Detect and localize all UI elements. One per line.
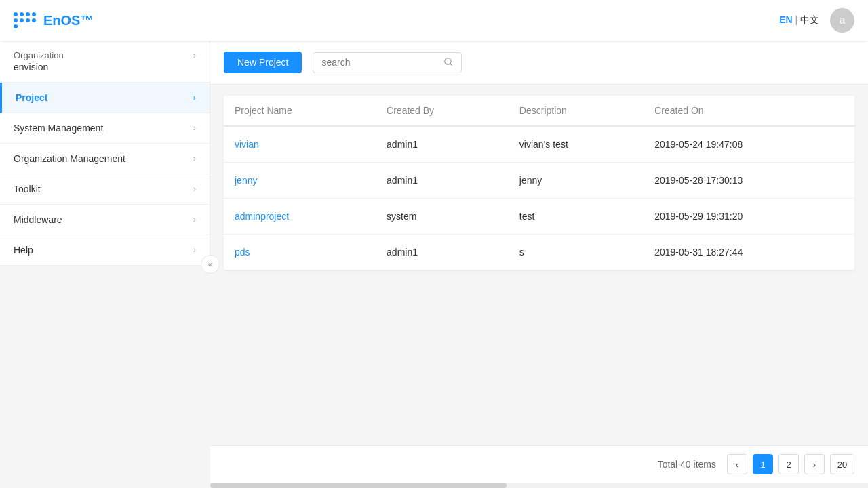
svg-line-1 bbox=[450, 63, 452, 65]
created-by-cell: system bbox=[376, 199, 509, 235]
new-project-button[interactable]: New Project bbox=[224, 52, 302, 73]
col-project-name: Project Name bbox=[224, 96, 376, 126]
search-input[interactable] bbox=[321, 57, 438, 68]
project-name-link[interactable]: vivian bbox=[235, 139, 259, 150]
col-created-by: Created By bbox=[376, 96, 509, 126]
header-right: EN | 中文 a bbox=[779, 8, 854, 33]
toolbar: New Project bbox=[210, 41, 868, 85]
sidebar-item-system-management[interactable]: System Management › bbox=[0, 113, 210, 144]
pagination-page-1[interactable]: 1 bbox=[753, 454, 773, 474]
sidebar-item-project-label: Project bbox=[16, 92, 47, 103]
created-by-cell: admin1 bbox=[376, 235, 509, 270]
pagination-next-button[interactable]: › bbox=[804, 454, 825, 474]
sidebar-item-middleware[interactable]: Middleware › bbox=[0, 205, 210, 235]
created-by-cell: admin1 bbox=[376, 126, 509, 163]
project-name-link[interactable]: jenny bbox=[235, 175, 257, 186]
sidebar-item-organization-management[interactable]: Organization Management › bbox=[0, 144, 210, 174]
table-row: jenny admin1 jenny 2019-05-28 17:30:13 bbox=[224, 163, 854, 199]
description-cell: vivian's test bbox=[509, 126, 644, 163]
created-on-cell: 2019-05-28 17:30:13 bbox=[644, 163, 854, 199]
table-row: adminproject system test 2019-05-29 19:3… bbox=[224, 199, 854, 235]
lang-separator: | bbox=[795, 14, 797, 25]
sidebar-org: Organization › envision bbox=[0, 41, 210, 83]
lang-en-button[interactable]: EN bbox=[779, 14, 792, 25]
sidebar-org-title: envision bbox=[14, 62, 196, 73]
lang-zh-button[interactable]: 中文 bbox=[800, 14, 819, 25]
chevron-right-icon: › bbox=[193, 215, 196, 224]
sidebar-item-project[interactable]: Project › bbox=[0, 83, 210, 113]
project-name-link[interactable]: adminproject bbox=[235, 211, 289, 222]
chevron-right-icon: › bbox=[193, 123, 196, 133]
created-by-cell: admin1 bbox=[376, 163, 509, 199]
lang-switcher[interactable]: EN | 中文 bbox=[779, 14, 819, 26]
sidebar-collapse-button[interactable]: « bbox=[201, 255, 220, 274]
description-cell: test bbox=[509, 199, 644, 235]
logo-area: EnOS™ bbox=[14, 12, 94, 28]
table-row: vivian admin1 vivian's test 2019-05-24 1… bbox=[224, 126, 854, 163]
table-row: pds admin1 s 2019-05-31 18:27:44 bbox=[224, 235, 854, 270]
sidebar-org-name: Organization › bbox=[14, 50, 196, 60]
sidebar-item-help[interactable]: Help › bbox=[0, 235, 210, 266]
layout: Organization › envision Project › System… bbox=[0, 41, 868, 488]
pagination-total: Total 40 items bbox=[658, 459, 716, 470]
description-cell: jenny bbox=[509, 163, 644, 199]
search-icon bbox=[443, 57, 453, 68]
created-on-cell: 2019-05-24 19:47:08 bbox=[644, 126, 854, 163]
table-header-row: Project Name Created By Description Crea… bbox=[224, 96, 854, 126]
col-created-on: Created On bbox=[644, 96, 854, 126]
sidebar: Organization › envision Project › System… bbox=[0, 41, 210, 266]
created-on-cell: 2019-05-31 18:27:44 bbox=[644, 235, 854, 270]
table-wrapper: Project Name Created By Description Crea… bbox=[210, 85, 868, 445]
chevron-right-icon: › bbox=[193, 93, 196, 102]
pagination-page-2[interactable]: 2 bbox=[778, 454, 799, 474]
search-box bbox=[313, 52, 462, 73]
page-size-input[interactable] bbox=[830, 454, 854, 474]
sidebar-item-toolkit-label: Toolkit bbox=[14, 184, 41, 195]
project-name-link[interactable]: pds bbox=[235, 247, 250, 258]
chevron-right-icon: › bbox=[193, 245, 196, 255]
projects-table: Project Name Created By Description Crea… bbox=[224, 96, 854, 270]
logo-icon bbox=[14, 12, 38, 28]
description-cell: s bbox=[509, 235, 644, 270]
sidebar-container: Organization › envision Project › System… bbox=[0, 41, 210, 488]
main-content: New Project Project Name Created By Desc… bbox=[210, 41, 868, 488]
chevron-right-icon: › bbox=[193, 184, 196, 194]
sidebar-item-organization-management-label: Organization Management bbox=[14, 153, 125, 164]
col-description: Description bbox=[509, 96, 644, 126]
sidebar-item-middleware-label: Middleware bbox=[14, 214, 62, 225]
avatar[interactable]: a bbox=[830, 8, 854, 33]
created-on-cell: 2019-05-29 19:31:20 bbox=[644, 199, 854, 235]
chevron-right-icon: › bbox=[193, 154, 196, 163]
sidebar-item-toolkit[interactable]: Toolkit › bbox=[0, 174, 210, 205]
chevron-right-icon: › bbox=[193, 51, 196, 60]
sidebar-item-system-management-label: System Management bbox=[14, 123, 103, 134]
sidebar-item-help-label: Help bbox=[14, 245, 33, 256]
pagination-bar: Total 40 items ‹ 1 2 › bbox=[210, 445, 868, 483]
pagination-prev-button[interactable]: ‹ bbox=[727, 454, 747, 474]
header: EnOS™ EN | 中文 a bbox=[0, 0, 868, 41]
logo-text: EnOS™ bbox=[43, 13, 94, 28]
